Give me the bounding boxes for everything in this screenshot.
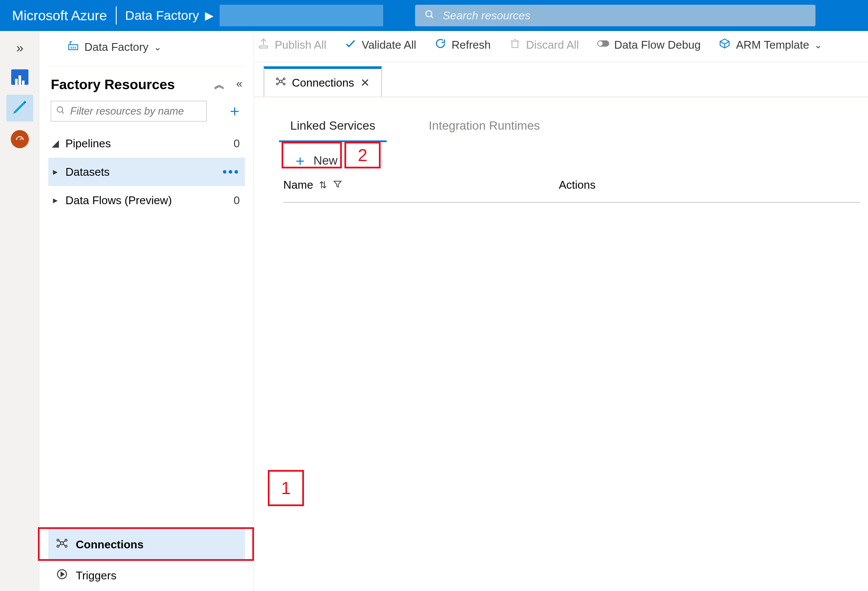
discard-all-label: Discard All — [526, 38, 579, 52]
factory-dropdown-label: Data Factory — [84, 40, 149, 54]
column-header-actions: Actions — [559, 178, 595, 192]
rail-item-monitor[interactable] — [6, 126, 33, 152]
annotation-box-2-inner — [282, 142, 342, 168]
breadcrumb[interactable]: Data Factory ▶ — [125, 5, 384, 26]
svg-line-8 — [62, 111, 64, 113]
resource-filter-input[interactable] — [51, 101, 207, 121]
svg-line-38 — [282, 82, 283, 84]
triggers-icon — [56, 568, 68, 583]
dataflow-debug-label: Data Flow Debug — [614, 38, 701, 52]
svg-rect-20 — [260, 46, 268, 48]
column-name-label: Name — [283, 178, 313, 192]
panel-header: Factory Resources ︽ « — [48, 66, 245, 99]
tree-row-datasets[interactable]: ▸ Datasets ••• — [48, 158, 245, 186]
collapse-all-button[interactable]: ︽ — [214, 77, 225, 92]
annotation-label-2: 2 — [344, 142, 381, 168]
tree-count: 0 — [234, 194, 240, 207]
svg-line-27 — [720, 41, 725, 44]
svg-point-0 — [426, 11, 432, 17]
resource-filter-row: ＋ — [48, 99, 245, 129]
rail-item-author[interactable] — [6, 95, 33, 121]
gauge-icon — [11, 130, 29, 148]
linked-services-grid-header: Name ⇅ Actions — [283, 178, 860, 203]
annotation-label-1: 1 — [268, 470, 304, 506]
hide-panel-button[interactable]: « — [236, 77, 242, 92]
discard-all-button[interactable]: Discard All — [509, 37, 579, 53]
check-icon — [344, 37, 356, 53]
dashboard-icon — [11, 69, 28, 85]
tree-label: Data Flows (Preview) — [65, 194, 172, 207]
global-search-input[interactable] — [443, 9, 806, 22]
tab-label: Connections — [292, 76, 354, 90]
tree-count: 0 — [234, 137, 240, 150]
connections-icon — [276, 76, 286, 90]
subtab-integration-runtimes[interactable]: Integration Runtimes — [418, 113, 551, 142]
filter-icon[interactable] — [333, 179, 342, 191]
more-actions-button[interactable]: ••• — [222, 165, 240, 179]
close-tab-button[interactable]: ✕ — [360, 76, 370, 90]
chevron-down-icon: ⌄ — [814, 40, 822, 51]
svg-point-25 — [598, 41, 602, 46]
factory-dropdown[interactable]: Data Factory ⌄ — [67, 40, 161, 55]
publish-all-button[interactable]: Publish All — [257, 37, 326, 53]
panel-title: Factory Resources — [51, 77, 175, 93]
add-resource-button[interactable]: ＋ — [227, 100, 242, 121]
pencil-icon — [11, 99, 28, 118]
brand-separator — [116, 6, 117, 25]
subtab-linked-services[interactable]: Linked Services — [279, 113, 387, 142]
svg-marker-19 — [61, 572, 64, 576]
refresh-label: Refresh — [452, 38, 491, 52]
left-icon-rail: » — [0, 31, 40, 591]
caret-right-icon: ▸ — [51, 195, 59, 206]
editor-tabstrip: Connections ✕ — [264, 66, 382, 96]
svg-line-35 — [278, 79, 280, 81]
factory-icon — [67, 40, 79, 55]
svg-rect-21 — [512, 41, 518, 47]
refresh-icon — [434, 37, 446, 53]
nav-triggers-label: Triggers — [76, 569, 116, 582]
tree-row-pipelines[interactable]: ◢ Pipelines 0 — [48, 129, 245, 158]
validate-all-label: Validate All — [362, 38, 416, 52]
caret-down-icon: ◢ — [51, 138, 59, 149]
authoring-toolbar-left: Data Factory ⌄ — [48, 31, 245, 66]
brand-label[interactable]: Microsoft Azure — [12, 8, 107, 24]
sort-icon[interactable]: ⇅ — [319, 180, 327, 191]
svg-point-7 — [57, 106, 63, 112]
upload-icon — [257, 37, 270, 53]
tab-connections[interactable]: Connections ✕ — [264, 66, 382, 96]
azure-topbar: Microsoft Azure Data Factory ▶ — [0, 0, 868, 31]
factory-resources-panel: Data Factory ⌄ Factory Resources ︽ « ＋ ◢ — [40, 31, 254, 591]
breadcrumb-current-redacted — [220, 5, 383, 26]
arm-template-label: ARM Template — [736, 38, 809, 52]
column-actions-label: Actions — [559, 178, 595, 191]
toggle-off-icon — [597, 37, 609, 53]
main-area: Publish All Validate All Refresh Discard… — [254, 31, 868, 591]
svg-line-36 — [282, 79, 283, 81]
svg-line-2 — [20, 138, 22, 140]
refresh-button[interactable]: Refresh — [434, 37, 491, 53]
validate-all-button[interactable]: Validate All — [344, 37, 416, 53]
trash-icon — [509, 37, 521, 53]
connections-subtabs: Linked Services Integration Runtimes — [279, 113, 551, 142]
svg-line-1 — [431, 16, 433, 18]
svg-point-33 — [276, 83, 278, 85]
expand-rail-button[interactable]: » — [16, 36, 24, 59]
dataflow-debug-toggle[interactable]: Data Flow Debug — [597, 37, 701, 53]
chevron-right-icon: ▶ — [205, 9, 214, 22]
global-search[interactable] — [415, 5, 815, 26]
column-header-name[interactable]: Name ⇅ — [283, 178, 559, 192]
tabstrip-divider — [254, 96, 868, 97]
nav-triggers[interactable]: Triggers — [48, 560, 245, 591]
svg-point-31 — [276, 78, 278, 80]
rail-item-dashboard[interactable] — [6, 64, 33, 90]
svg-line-28 — [725, 41, 729, 44]
annotation-box-1 — [38, 527, 254, 561]
breadcrumb-service: Data Factory — [125, 8, 199, 23]
cube-icon — [719, 37, 731, 53]
tree-row-dataflows[interactable]: ▸ Data Flows (Preview) 0 — [48, 186, 245, 215]
svg-line-37 — [278, 82, 280, 84]
publish-all-label: Publish All — [275, 38, 326, 52]
svg-marker-39 — [334, 181, 341, 187]
search-icon — [56, 106, 65, 117]
arm-template-dropdown[interactable]: ARM Template ⌄ — [719, 37, 822, 53]
